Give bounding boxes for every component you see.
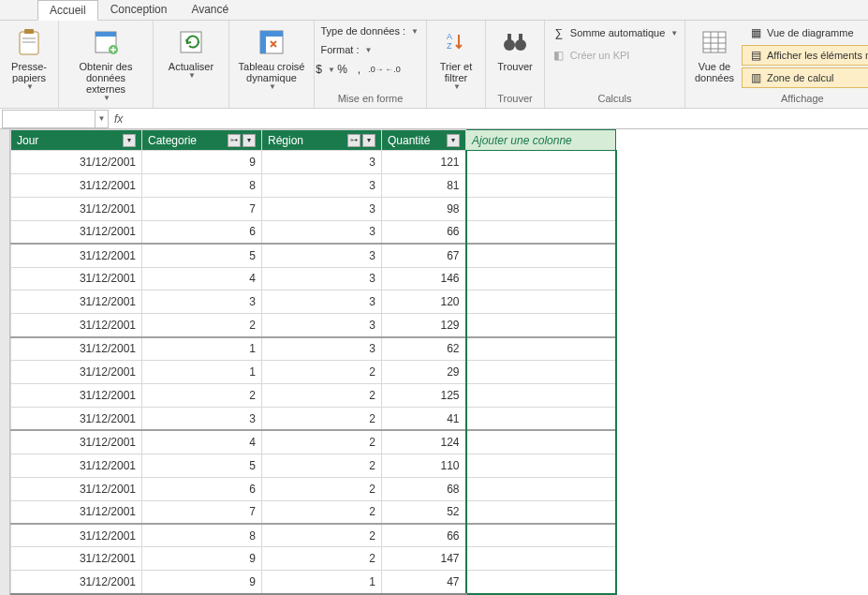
cell-categorie[interactable]: 1 (142, 361, 262, 384)
cell-jour[interactable]: 31/12/2001 (11, 337, 142, 361)
cell-categorie[interactable]: 4 (142, 430, 262, 454)
table-row[interactable]: 31/12/20011229 (11, 361, 616, 384)
cell-quantite[interactable]: 129 (382, 314, 466, 337)
cell-add-column[interactable] (466, 454, 616, 477)
cell-add-column[interactable] (466, 430, 616, 454)
col-header-quantite[interactable]: Quantité▾ (382, 130, 466, 151)
cell-region[interactable]: 1 (262, 571, 382, 594)
cell-jour[interactable]: 31/12/2001 (11, 314, 142, 337)
cell-categorie[interactable]: 1 (142, 337, 262, 361)
cell-jour[interactable]: 31/12/2001 (11, 220, 142, 244)
table-row[interactable]: 31/12/20017252 (11, 500, 616, 524)
cell-add-column[interactable] (466, 361, 616, 384)
table-row[interactable]: 31/12/20016268 (11, 477, 616, 500)
table-row[interactable]: 31/12/20013241 (11, 407, 616, 430)
cell-region[interactable]: 3 (262, 267, 382, 290)
autosum-button[interactable]: ∑Somme automatique▼ (545, 22, 684, 43)
cell-quantite[interactable]: 29 (382, 361, 466, 384)
cell-add-column[interactable] (466, 500, 616, 524)
cell-jour[interactable]: 31/12/2001 (11, 151, 142, 174)
cell-region[interactable]: 3 (262, 173, 382, 197)
cell-add-column[interactable] (466, 571, 616, 594)
cell-quantite[interactable]: 52 (382, 500, 466, 524)
cell-categorie[interactable]: 8 (142, 173, 262, 197)
table-row[interactable]: 31/12/20018381 (11, 173, 616, 197)
cell-add-column[interactable] (466, 477, 616, 500)
get-external-data-button[interactable]: Obtenir des données externes▼ (65, 22, 147, 108)
cell-categorie[interactable]: 6 (142, 477, 262, 500)
table-row[interactable]: 31/12/200192147 (11, 547, 616, 571)
cell-categorie[interactable]: 4 (142, 267, 262, 290)
cell-jour[interactable]: 31/12/2001 (11, 430, 142, 454)
data-view-button[interactable]: Vue de données (691, 22, 738, 88)
refresh-button[interactable]: Actualiser▼ (159, 22, 223, 85)
cell-add-column[interactable] (466, 173, 616, 197)
sort-filter-button[interactable]: AZ Trier et filtrer▼ (433, 22, 479, 97)
calc-zone-button[interactable]: ▥Zone de calcul (742, 67, 868, 88)
table-row[interactable]: 31/12/200193121 (11, 151, 616, 174)
tab-accueil[interactable]: Accueil (37, 0, 98, 21)
find-button[interactable]: Trouver (492, 22, 538, 77)
pivot-table-button[interactable]: Tableau croisé dynamique▼ (235, 22, 308, 97)
cell-categorie[interactable]: 2 (142, 314, 262, 337)
cell-jour[interactable]: 31/12/2001 (11, 571, 142, 594)
cell-jour[interactable]: 31/12/2001 (11, 454, 142, 477)
percent-button[interactable]: % (335, 62, 350, 77)
cell-jour[interactable]: 31/12/2001 (11, 173, 142, 197)
cell-region[interactable]: 3 (262, 314, 382, 337)
name-box[interactable] (2, 110, 96, 128)
filter-icon[interactable]: ▾ (447, 134, 460, 147)
cell-quantite[interactable]: 81 (382, 173, 466, 197)
cell-jour[interactable]: 31/12/2001 (11, 524, 142, 547)
currency-button[interactable]: $▼ (318, 62, 333, 77)
increase-decimal-button[interactable]: .0→ (369, 62, 384, 77)
cell-jour[interactable]: 31/12/2001 (11, 407, 142, 430)
cell-add-column[interactable] (466, 384, 616, 408)
cell-quantite[interactable]: 121 (382, 151, 466, 174)
cell-region[interactable]: 2 (262, 384, 382, 408)
cell-quantite[interactable]: 110 (382, 454, 466, 477)
fx-label[interactable]: fx (114, 112, 123, 126)
cell-categorie[interactable]: 7 (142, 197, 262, 220)
cell-region[interactable]: 3 (262, 220, 382, 244)
cell-jour[interactable]: 31/12/2001 (11, 361, 142, 384)
relation-icon[interactable]: ⊶ (347, 134, 360, 147)
table-row[interactable]: 31/12/200133120 (11, 290, 616, 314)
col-header-region[interactable]: Région⊶▾ (262, 130, 382, 151)
cell-region[interactable]: 2 (262, 407, 382, 430)
filter-icon[interactable]: ▾ (123, 134, 136, 147)
filter-icon[interactable]: ▾ (243, 134, 256, 147)
comma-button[interactable]: , (352, 62, 367, 77)
cell-categorie[interactable]: 5 (142, 454, 262, 477)
cell-categorie[interactable]: 9 (142, 571, 262, 594)
cell-region[interactable]: 2 (262, 454, 382, 477)
cell-quantite[interactable]: 47 (382, 571, 466, 594)
create-kpi-button[interactable]: ◧Créer un KPI (545, 45, 684, 66)
paste-button[interactable]: Presse- papiers▼ (6, 22, 52, 97)
table-row[interactable]: 31/12/200122125 (11, 384, 616, 408)
table-row[interactable]: 31/12/20015367 (11, 244, 616, 267)
relation-icon[interactable]: ⊶ (228, 134, 241, 147)
cell-categorie[interactable]: 9 (142, 547, 262, 571)
table-row[interactable]: 31/12/200142124 (11, 430, 616, 454)
tab-avance[interactable]: Avancé (179, 0, 241, 20)
table-row[interactable]: 31/12/20019147 (11, 571, 616, 594)
data-type-dropdown[interactable]: Type de données :▼ (315, 22, 427, 39)
formula-input[interactable] (128, 110, 868, 128)
cell-jour[interactable]: 31/12/2001 (11, 500, 142, 524)
cell-add-column[interactable] (466, 290, 616, 314)
cell-add-column[interactable] (466, 220, 616, 244)
cell-categorie[interactable]: 3 (142, 407, 262, 430)
table-row[interactable]: 31/12/20016366 (11, 220, 616, 244)
cell-add-column[interactable] (466, 244, 616, 267)
cell-add-column[interactable] (466, 337, 616, 361)
cell-categorie[interactable]: 2 (142, 384, 262, 408)
cell-quantite[interactable]: 67 (382, 244, 466, 267)
cell-categorie[interactable]: 5 (142, 244, 262, 267)
cell-jour[interactable]: 31/12/2001 (11, 477, 142, 500)
cell-region[interactable]: 3 (262, 290, 382, 314)
cell-categorie[interactable]: 3 (142, 290, 262, 314)
cell-jour[interactable]: 31/12/2001 (11, 267, 142, 290)
cell-quantite[interactable]: 120 (382, 290, 466, 314)
cell-categorie[interactable]: 8 (142, 524, 262, 547)
